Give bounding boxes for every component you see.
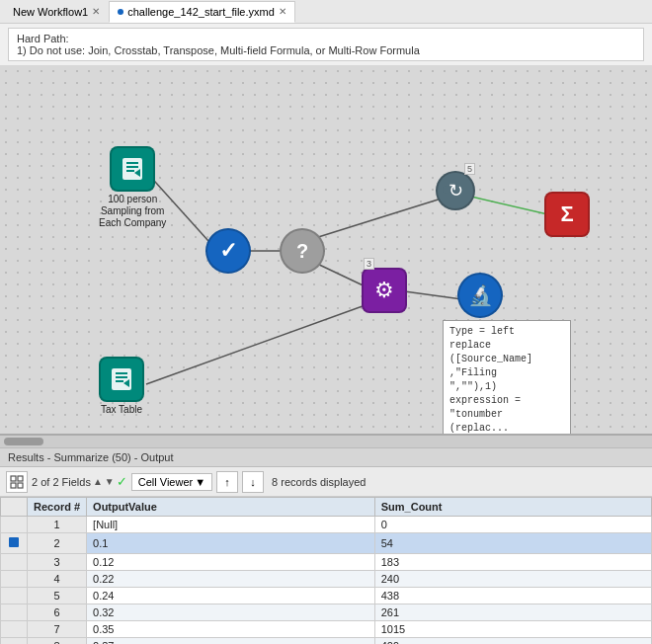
row-record-num: 1 (28, 517, 87, 533)
col-sum-count[interactable]: Sum_Count (374, 498, 651, 517)
annotation-box: Type = leftreplace([Source_Name],"Filing… (443, 320, 571, 436)
node-sigma1[interactable]: Σ (544, 192, 590, 237)
row-icon-col (1, 517, 28, 533)
results-panel: Results - Summarize (50) - Output 2 of 2… (0, 447, 652, 644)
tab-workflow1[interactable]: New Workflow1 ✕ (4, 1, 109, 23)
hard-path-box: Hard Path: 1) Do not use: Join, Crosstab… (8, 28, 644, 61)
tab-challenge-close[interactable]: ✕ (279, 6, 286, 17)
svg-rect-16 (11, 476, 16, 481)
col-output-value[interactable]: OutputValue (87, 498, 375, 517)
row-output-value: 0.35 (87, 621, 375, 638)
connector-dot (443, 186, 450, 194)
table-row[interactable]: 30.12183 (1, 554, 652, 571)
cell-viewer-dropdown[interactable]: Cell Viewer ▼ (131, 473, 212, 491)
cell-viewer-arrow: ▼ (195, 476, 205, 488)
row-icon-col (1, 621, 28, 638)
canvas-scroll-thumb[interactable] (4, 438, 43, 445)
grid-view-icon[interactable] (6, 471, 28, 493)
table-row[interactable]: 1[Null]0 (1, 517, 652, 533)
row-output-value: [Null] (87, 517, 375, 533)
node-gear1[interactable]: ⚙ 3 (362, 268, 407, 313)
row-sum-count: 183 (374, 554, 651, 571)
tab-challenge-dot (118, 9, 123, 15)
svg-rect-20 (9, 537, 19, 547)
results-header-text: Results - Summarize (50) - Output (8, 451, 174, 463)
table-row[interactable]: 80.37409 (1, 638, 652, 645)
node-input1-label: 100 personSampling fromEach Company (99, 194, 166, 229)
row-icon-col (1, 588, 28, 604)
row-icon-col (1, 638, 28, 645)
fields-up-arrow[interactable]: ▲ (93, 476, 103, 487)
col-record-num[interactable]: Record # (28, 498, 87, 517)
row-record-num: 4 (28, 571, 87, 588)
svg-rect-17 (18, 476, 23, 481)
table-row[interactable]: 70.351015 (1, 621, 652, 638)
node-input2[interactable]: Tax Table (99, 357, 144, 416)
table-row[interactable]: 40.22240 (1, 571, 652, 588)
row-output-value: 0.24 (87, 588, 375, 604)
canvas-scrollbar[interactable] (0, 436, 652, 447)
fields-selector[interactable]: 2 of 2 Fields ▲ ▼ ✓ (32, 474, 127, 489)
sort-up-button[interactable]: ↑ (216, 471, 238, 493)
node-check1[interactable]: ✓ (205, 228, 251, 274)
svg-rect-19 (18, 483, 23, 488)
svg-line-3 (315, 197, 448, 238)
tab-workflow1-label: New Workflow1 (13, 6, 88, 18)
row-sum-count: 0 (374, 517, 651, 533)
row-sum-count: 54 (374, 533, 651, 554)
data-table-container: Record # OutputValue Sum_Count 1[Null]02… (0, 497, 652, 644)
sort-down-button[interactable]: ↓ (242, 471, 264, 493)
tab-workflow1-close[interactable]: ✕ (92, 6, 100, 17)
fields-count-label: 2 of 2 Fields (32, 476, 91, 488)
row-sum-count: 409 (374, 638, 651, 645)
row-icon-col (1, 554, 28, 571)
row-record-num: 5 (28, 588, 87, 604)
node-flask1[interactable]: 🔬 (457, 273, 503, 318)
canvas-area: 100 personSampling fromEach Company ✓ ? … (0, 65, 652, 436)
row-sum-count: 240 (374, 571, 651, 588)
tab-challenge[interactable]: challenge_142_start_file.yxmd ✕ (109, 1, 295, 23)
node-refresh1[interactable]: ↻ 5 (436, 171, 475, 210)
tab-bar: New Workflow1 ✕ challenge_142_start_file… (0, 0, 652, 24)
tab-challenge-label: challenge_142_start_file.yxmd (127, 6, 275, 18)
node-input1[interactable]: 100 personSampling fromEach Company (99, 146, 166, 229)
row-output-value: 0.1 (87, 533, 375, 554)
row-icon-col (1, 533, 28, 554)
fields-check-icon[interactable]: ✓ (117, 474, 127, 489)
row-record-num: 7 (28, 621, 87, 638)
node-input2-label: Tax Table (101, 404, 142, 416)
results-toolbar: 2 of 2 Fields ▲ ▼ ✓ Cell Viewer ▼ ↑ ↓ 8 … (0, 467, 652, 497)
table-row[interactable]: 60.32261 (1, 604, 652, 621)
row-output-value: 0.37 (87, 638, 375, 645)
row-sum-count: 1015 (374, 621, 651, 638)
col-icon (1, 498, 28, 517)
row-sum-count: 261 (374, 604, 651, 621)
annotation-text: Type = leftreplace([Source_Name],"Filing… (449, 326, 532, 434)
row-record-num: 2 (28, 533, 87, 554)
table-row[interactable]: 20.154 (1, 533, 652, 554)
hard-path-note: 1) Do not use: Join, Crosstab, Transpose… (17, 44, 635, 56)
table-row[interactable]: 50.24438 (1, 588, 652, 604)
table-header-row: Record # OutputValue Sum_Count (1, 498, 652, 517)
table-body: 1[Null]020.15430.1218340.2224050.2443860… (1, 517, 652, 645)
row-output-value: 0.22 (87, 571, 375, 588)
svg-rect-8 (122, 158, 142, 180)
data-table: Record # OutputValue Sum_Count 1[Null]02… (0, 497, 652, 644)
hard-path-title: Hard Path: (17, 33, 635, 44)
row-record-num: 8 (28, 638, 87, 645)
row-icon-col (1, 604, 28, 621)
row-record-num: 6 (28, 604, 87, 621)
cell-viewer-label: Cell Viewer (138, 476, 193, 488)
svg-line-6 (146, 302, 373, 384)
row-output-value: 0.12 (87, 554, 375, 571)
svg-rect-12 (112, 368, 131, 390)
row-output-value: 0.32 (87, 604, 375, 621)
fields-down-arrow[interactable]: ▼ (105, 476, 115, 487)
row-record-num: 3 (28, 554, 87, 571)
svg-rect-18 (11, 483, 16, 488)
records-count: 8 records displayed (272, 476, 366, 488)
results-header: Results - Summarize (50) - Output (0, 447, 652, 467)
node-question1[interactable]: ? (280, 228, 325, 274)
row-icon-col (1, 571, 28, 588)
row-sum-count: 438 (374, 588, 651, 604)
